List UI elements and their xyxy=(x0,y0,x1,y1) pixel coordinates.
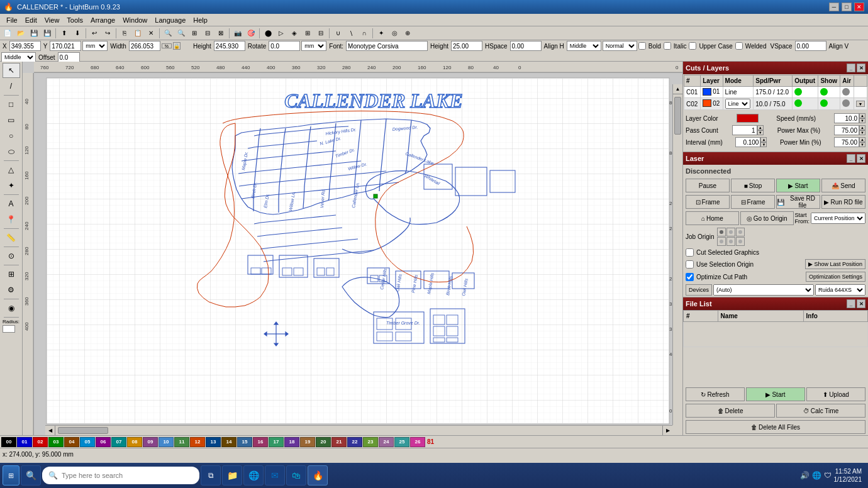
pass-count-input[interactable] xyxy=(732,125,757,135)
open-button[interactable]: 📂 xyxy=(14,28,27,39)
select-tool[interactable]: ↖ xyxy=(3,63,20,78)
layer-swatch-12[interactable]: 12 xyxy=(190,437,205,447)
import-button[interactable]: ⬆ xyxy=(58,28,70,39)
start-from-select[interactable]: Current Position xyxy=(811,213,865,224)
laser-close-btn[interactable]: ✕ xyxy=(857,154,865,163)
copy-button[interactable]: ⎘ xyxy=(118,28,131,39)
vspace-input[interactable] xyxy=(795,41,826,51)
pmin-down-btn[interactable]: ▼ xyxy=(859,142,865,147)
show-last-pos-button[interactable]: ▶ Show Last Position xyxy=(805,259,865,269)
canvas-background[interactable]: CALLENDER LAKE xyxy=(34,73,682,435)
delete-all-button[interactable]: 🗑 Delete All Files xyxy=(686,420,865,434)
layer-swatch-18[interactable]: 18 xyxy=(284,437,299,447)
boolean-intersect-button[interactable]: ∩ xyxy=(358,28,370,39)
power-max-input[interactable] xyxy=(834,125,859,135)
capture-button[interactable]: 🎯 xyxy=(245,28,257,39)
vertical-scrollbar[interactable]: ▲ ▼ xyxy=(672,84,682,435)
layer-swatch-24[interactable]: 24 xyxy=(379,437,394,447)
pause-button[interactable]: Pause xyxy=(686,179,730,192)
pmax-up-btn[interactable]: ▲ xyxy=(859,125,865,130)
interval-up-btn[interactable]: ▲ xyxy=(760,137,767,142)
stop-button[interactable]: ■ Stop xyxy=(731,179,775,192)
layer-swatch-02[interactable]: 02 xyxy=(33,437,48,447)
layer-swatch-25[interactable]: 25 xyxy=(394,437,409,447)
menu-language[interactable]: Language xyxy=(151,16,189,25)
send-button[interactable]: 📤 Send xyxy=(821,179,865,192)
layer-color-swatch[interactable] xyxy=(737,114,759,123)
grid-tool[interactable]: ⊞ xyxy=(3,267,20,282)
camera-button[interactable]: 📷 xyxy=(231,28,244,39)
layer-swatch-07[interactable]: 07 xyxy=(111,437,126,447)
layer-swatch-03[interactable]: 03 xyxy=(48,437,64,447)
speed-down-btn[interactable]: ▼ xyxy=(859,118,865,123)
file-delete-button[interactable]: 🗑 Delete xyxy=(686,404,775,418)
settings-tool[interactable]: ⚙ xyxy=(3,282,20,297)
layer-row-c01[interactable]: C01 01 Line 175.0 / 12.0 xyxy=(684,87,867,98)
calc-time-button[interactable]: ⏱ Calc Time xyxy=(776,404,865,418)
layer-swatch-04[interactable]: 04 xyxy=(64,437,79,447)
pass-down-btn[interactable]: ▼ xyxy=(757,130,764,135)
pmin-up-btn[interactable]: ▲ xyxy=(859,137,865,142)
origin-tr[interactable] xyxy=(736,228,745,236)
x-input[interactable] xyxy=(9,41,41,51)
rounded-rect-tool[interactable]: ▭ xyxy=(3,113,20,128)
italic-checkbox[interactable] xyxy=(664,42,671,50)
power-min-input[interactable] xyxy=(834,137,859,147)
search-button[interactable]: 🔍 xyxy=(21,465,41,485)
rotate-input[interactable] xyxy=(269,41,300,51)
pin-tool[interactable]: 📍 xyxy=(3,212,20,227)
controller-select[interactable]: Ruida 644XS xyxy=(815,284,865,296)
cut-selected-checkbox[interactable] xyxy=(686,248,694,257)
menu-file[interactable]: File xyxy=(3,16,21,25)
origin-tm[interactable] xyxy=(726,228,735,236)
file-list-minimize-btn[interactable]: _ xyxy=(847,299,855,308)
interval-down-btn[interactable]: ▼ xyxy=(760,142,767,147)
radius-input[interactable] xyxy=(3,325,15,333)
speed-input[interactable] xyxy=(834,113,859,123)
zoom-out-button[interactable]: 🔍 xyxy=(175,28,187,39)
boolean-diff-button[interactable]: ∖ xyxy=(345,28,357,39)
y-input[interactable] xyxy=(50,41,81,51)
height2-input[interactable] xyxy=(451,41,482,51)
menu-tools[interactable]: Tools xyxy=(63,16,87,25)
file-start-button[interactable]: ▶ Start xyxy=(746,387,805,401)
paste-button[interactable]: 📋 xyxy=(131,28,144,39)
origin-mr[interactable] xyxy=(736,237,745,246)
pmax-down-btn[interactable]: ▼ xyxy=(859,130,865,135)
task-view-button[interactable]: ⧉ xyxy=(201,465,221,485)
layer-swatch-01[interactable]: 01 xyxy=(17,437,32,447)
welded-checkbox[interactable] xyxy=(735,42,743,50)
go-to-origin-button[interactable]: ◎ Go to Origin xyxy=(740,211,794,225)
menu-arrange[interactable]: Arrange xyxy=(87,16,119,25)
percent-toggle[interactable]: % xyxy=(162,43,172,48)
layer-row-c02[interactable]: C02 02 Line xyxy=(684,98,867,110)
origin-ml[interactable] xyxy=(717,237,726,246)
speed-up-btn[interactable]: ▲ xyxy=(859,113,865,118)
text-tool[interactable]: A xyxy=(3,196,20,211)
cuts-layers-minimize-btn[interactable]: _ xyxy=(847,64,855,72)
start-button[interactable]: ▶ Start xyxy=(776,179,820,192)
save-rd-button[interactable]: 💾 Save RD file xyxy=(776,195,820,209)
lightburn-taskbar-button[interactable]: 🔥 xyxy=(308,465,328,485)
layer-swatch-08[interactable]: 08 xyxy=(127,437,142,447)
boolean-union-button[interactable]: ∪ xyxy=(331,28,344,39)
height-input[interactable] xyxy=(214,41,245,51)
rect-tool[interactable]: □ xyxy=(3,97,20,112)
polygon-tool[interactable]: △ xyxy=(3,162,20,177)
undo-button[interactable]: ↩ xyxy=(88,28,101,39)
optimization-settings-button[interactable]: Optimization Settings xyxy=(806,272,865,282)
devices-select[interactable]: (Auto) xyxy=(713,284,814,296)
path-offset-button[interactable]: ◎ xyxy=(388,28,401,39)
circle-tool[interactable]: ○ xyxy=(3,128,20,143)
zoom-in-button[interactable]: 🔍 xyxy=(162,28,174,39)
maximize-button[interactable]: □ xyxy=(842,3,852,11)
email-button[interactable]: ✉ xyxy=(265,465,285,485)
lock-icon[interactable]: 🔒 xyxy=(173,42,181,50)
align-v-select[interactable]: MiddleTopBottom xyxy=(1,52,36,62)
image-tool[interactable]: ⊙ xyxy=(3,248,20,263)
save-as-button[interactable]: 💾 xyxy=(41,28,53,39)
layer-c02-mode-select[interactable]: Line xyxy=(725,99,750,109)
measure-tool[interactable]: 📏 xyxy=(3,230,20,245)
layer-swatch-special[interactable]: 81 xyxy=(426,438,435,445)
store-button[interactable]: 🛍 xyxy=(286,465,306,485)
